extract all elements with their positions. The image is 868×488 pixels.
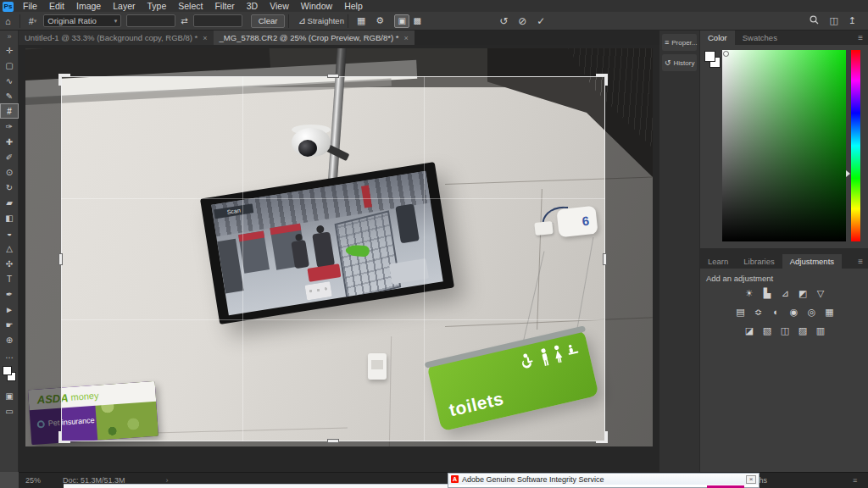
tab-adjustments[interactable]: Adjustments	[782, 254, 842, 269]
commit-crop-icon[interactable]: ✓	[531, 15, 550, 27]
color-field-marker[interactable]	[723, 51, 729, 57]
eyedropper-tool-button[interactable]: ✑	[0, 119, 19, 134]
menu-file[interactable]: File	[17, 0, 43, 12]
crop-tool-dropdown-icon[interactable]: ▾	[34, 18, 37, 25]
hue-saturation-icon[interactable]: ▤	[734, 306, 748, 318]
photo-document[interactable]: Scan	[25, 48, 653, 446]
collapse-tools-icon[interactable]: »	[0, 30, 19, 42]
crop-handle-top[interactable]	[327, 74, 339, 78]
menu-type[interactable]: Type	[141, 0, 172, 12]
menu-layer[interactable]: Layer	[107, 0, 141, 12]
eraser-tool-button[interactable]: ▰	[0, 195, 19, 210]
clear-button[interactable]: Clear	[251, 14, 286, 28]
swap-dimensions-icon[interactable]: ⇄	[175, 16, 192, 25]
gradient-map-icon[interactable]: ▨	[796, 324, 810, 336]
reset-crop-icon[interactable]: ↺	[494, 15, 513, 27]
properties-panel-button[interactable]: ≡ Proper...	[662, 34, 697, 51]
panel-menu-icon[interactable]: ≡	[853, 257, 868, 266]
history-brush-tool-button[interactable]: ↻	[0, 180, 19, 195]
crop-height-input[interactable]	[193, 14, 242, 27]
crop-handle-top-left[interactable]	[58, 74, 70, 86]
cancel-crop-icon[interactable]: ⊘	[513, 15, 531, 27]
color-balance-icon[interactable]: ≎	[752, 306, 765, 318]
straighten-label[interactable]: Straighten	[308, 16, 344, 25]
move-tool-button[interactable]: ✛	[0, 42, 19, 58]
lasso-tool-button[interactable]: ∿	[0, 73, 19, 88]
hue-slider-bar[interactable]	[851, 50, 860, 241]
curves-icon[interactable]: ⊿	[778, 287, 792, 299]
crop-tool-button[interactable]: #	[0, 103, 19, 119]
quick-mask-button[interactable]: ▣	[0, 388, 19, 403]
panel-menu-icon[interactable]: ≡	[853, 476, 857, 485]
aspect-ratio-select[interactable]: Original Ratio ▾	[43, 14, 121, 27]
content-aware-toggle[interactable]: ▩	[409, 14, 425, 28]
marquee-tool-button[interactable]: ▢	[0, 58, 19, 73]
color-lookup-icon[interactable]: ▦	[823, 306, 837, 318]
crop-handle-bottom-left[interactable]	[58, 431, 70, 443]
close-icon[interactable]: ×	[403, 34, 408, 42]
crop-handle-bottom[interactable]	[327, 439, 339, 443]
tab-swatches[interactable]: Swatches	[735, 30, 785, 45]
posterize-icon[interactable]: ▧	[760, 324, 774, 336]
quick-selection-tool-button[interactable]: ✎	[0, 88, 19, 103]
document-tab-untitled[interactable]: Untitled-1 @ 33.3% (Background copy, RGB…	[19, 30, 214, 45]
menu-view[interactable]: View	[264, 0, 295, 12]
menu-filter[interactable]: Filter	[209, 0, 240, 12]
gradient-tool-button[interactable]: ◧	[0, 210, 19, 225]
close-icon[interactable]: ×	[203, 34, 207, 42]
foreground-color-swatch[interactable]	[3, 366, 12, 375]
menu-window[interactable]: Window	[295, 0, 338, 12]
hue-slider-pointer[interactable]	[846, 170, 850, 177]
search-icon[interactable]	[804, 15, 824, 26]
notification-title-bar[interactable]: A Adobe Genuine Software Integrity Servi…	[448, 474, 759, 485]
type-tool-button[interactable]: T	[0, 271, 19, 286]
channel-mixer-icon[interactable]: ◎	[805, 306, 819, 318]
blur-tool-button[interactable]: ◒	[0, 225, 19, 241]
crop-handle-top-right[interactable]	[596, 74, 608, 86]
crop-settings-gear-icon[interactable]: ⚙	[370, 15, 389, 26]
foreground-color-mini-swatch[interactable]	[704, 51, 715, 62]
selective-color-icon[interactable]: ▥	[814, 324, 827, 336]
workspace-icon[interactable]: ◫	[824, 15, 843, 26]
crop-handle-left[interactable]	[58, 253, 63, 265]
crop-boundary[interactable]	[61, 76, 605, 441]
foreground-background-swatches[interactable]	[0, 366, 19, 388]
edit-toolbar-button[interactable]: …	[0, 347, 19, 363]
tab-libraries[interactable]: Libraries	[736, 254, 782, 269]
crop-handle-bottom-right[interactable]	[596, 431, 608, 443]
delete-cropped-pixels-toggle[interactable]: ▣	[394, 14, 409, 28]
saturation-brightness-field[interactable]	[722, 50, 846, 241]
history-panel-button[interactable]: ↺ History	[662, 54, 697, 71]
tab-learn[interactable]: Learn	[700, 254, 736, 269]
levels-icon[interactable]: ▙	[760, 287, 774, 299]
zoom-tool-button[interactable]: ⊕	[0, 332, 19, 347]
crop-width-input[interactable]	[126, 14, 175, 27]
photo-filter-icon[interactable]: ◉	[787, 306, 801, 318]
menu-3d[interactable]: 3D	[241, 0, 264, 12]
menu-select[interactable]: Select	[172, 0, 209, 12]
vibrance-icon[interactable]: ▽	[814, 287, 827, 299]
clone-stamp-tool-button[interactable]: ⊙	[0, 164, 19, 180]
panel-menu-icon[interactable]: ≡	[853, 33, 868, 42]
home-icon[interactable]: ⌂	[0, 16, 16, 26]
dodge-tool-button[interactable]: △	[0, 241, 19, 256]
menu-help[interactable]: Help	[338, 0, 369, 12]
brightness-contrast-icon[interactable]: ☀	[743, 287, 756, 299]
share-icon[interactable]: ↥	[843, 15, 861, 26]
black-white-icon[interactable]: ◐	[770, 306, 783, 318]
pen-tool-button[interactable]: ✒	[0, 286, 19, 302]
canvas-area[interactable]: Scan	[19, 45, 659, 472]
invert-icon[interactable]: ◪	[743, 324, 756, 336]
screen-mode-button[interactable]: ▭	[0, 403, 19, 419]
tab-color[interactable]: Color	[700, 30, 735, 45]
spot-healing-tool-button[interactable]: ✚	[0, 134, 19, 149]
exposure-icon[interactable]: ◩	[796, 287, 810, 299]
threshold-icon[interactable]: ◫	[778, 324, 792, 336]
smudge-tool-button[interactable]: ✣	[0, 256, 19, 271]
zoom-level-field[interactable]: 25%	[19, 476, 41, 485]
menu-edit[interactable]: Edit	[43, 0, 70, 12]
close-icon[interactable]: ×	[746, 475, 756, 484]
hand-tool-button[interactable]: ☛	[0, 317, 19, 332]
crop-handle-right[interactable]	[603, 253, 607, 265]
path-selection-tool-button[interactable]: ►	[0, 302, 19, 317]
